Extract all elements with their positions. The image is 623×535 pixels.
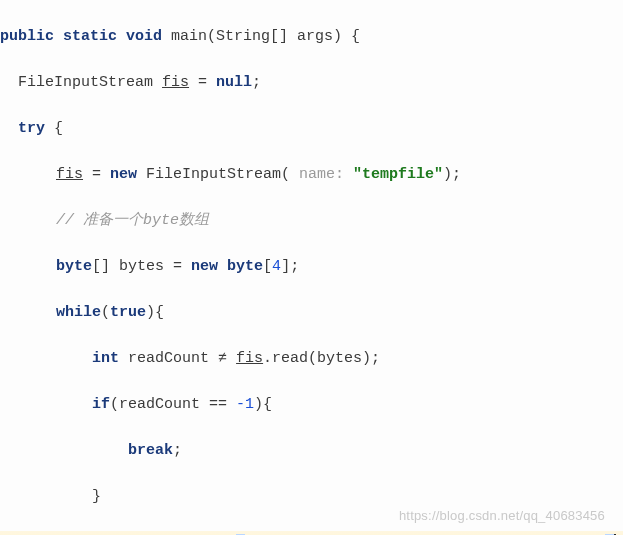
keyword-if: if — [92, 396, 110, 413]
code-line: if(readCount == -1){ — [0, 393, 623, 416]
keyword-null: null — [216, 74, 252, 91]
code-line: try { — [0, 117, 623, 140]
keyword-new: new — [191, 258, 218, 275]
method-signature: main(String[] args) { — [171, 28, 360, 45]
code-line: byte[] bytes = new byte[4]; — [0, 255, 623, 278]
number-literal: -1 — [236, 396, 254, 413]
code-line: int readCount ≠ fis.read(bytes); — [0, 347, 623, 370]
param-hint-name: name: — [299, 166, 353, 183]
keyword-byte: byte — [56, 258, 92, 275]
keyword-public: public — [0, 28, 54, 45]
code-line: break; — [0, 439, 623, 462]
brace: } — [92, 488, 101, 505]
code-line: fis = new FileInputStream( name: "tempfi… — [0, 163, 623, 186]
keyword-while: while — [56, 304, 101, 321]
var-fis: fis — [236, 350, 263, 367]
var-fis: fis — [56, 166, 83, 183]
keyword-true: true — [110, 304, 146, 321]
keyword-try: try — [18, 120, 45, 137]
comment: // 准备一个byte数组 — [56, 212, 209, 229]
code-line: while(true){ — [0, 301, 623, 324]
keyword-void: void — [126, 28, 162, 45]
number-literal: 4 — [272, 258, 281, 275]
code-line: // 准备一个byte数组 — [0, 209, 623, 232]
var-fis: fis — [162, 74, 189, 91]
string-literal: "tempfile" — [353, 166, 443, 183]
keyword-new: new — [110, 166, 137, 183]
code-line-highlighted: System.out.print(new String(bytes, offse… — [0, 531, 623, 535]
keyword-static: static — [63, 28, 117, 45]
code-editor[interactable]: public static void main(String[] args) {… — [0, 0, 623, 535]
not-equal-glyph: ≠ — [218, 350, 227, 367]
keyword-byte: byte — [227, 258, 263, 275]
type: FileInputStream — [18, 74, 162, 91]
code-line: public static void main(String[] args) { — [0, 25, 623, 48]
keyword-int: int — [92, 350, 119, 367]
keyword-break: break — [128, 442, 173, 459]
watermark: https://blog.csdn.net/qq_40683456 — [399, 504, 605, 527]
code-line: FileInputStream fis = null; — [0, 71, 623, 94]
